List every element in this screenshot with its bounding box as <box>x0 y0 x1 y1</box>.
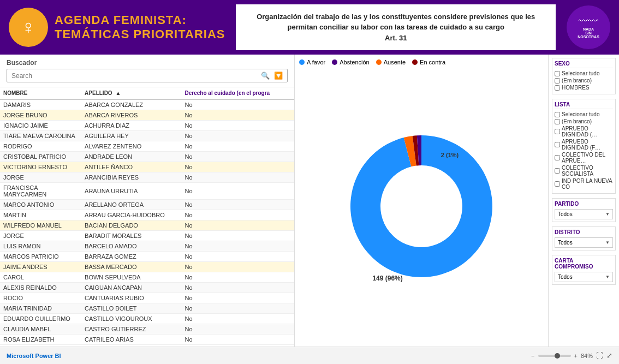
distrito-dropdown[interactable]: Todos ▼ <box>555 237 613 248</box>
cell-derecho: No <box>182 141 294 152</box>
filter-checkbox-label: HOMBRES <box>562 85 590 91</box>
table-row[interactable]: CAROL BOWN SEPULVEDA No <box>0 272 294 283</box>
filter-checkbox[interactable] <box>555 155 560 160</box>
legend-dot <box>376 59 382 65</box>
table-row[interactable]: MARTIN ARRAU GARCIA-HUIDOBRO No <box>0 210 294 220</box>
table-row[interactable]: JAIME ANDRES BASSA MERCADO No <box>0 262 294 272</box>
filter-checkbox[interactable] <box>555 112 560 117</box>
zoom-plus-icon[interactable]: + <box>574 353 578 359</box>
chart-area: 2 (1%) 149 (96%) <box>299 70 544 342</box>
search-input[interactable] <box>11 72 259 80</box>
buscador-label: Buscador <box>7 59 288 67</box>
filter-checkbox-item: COLECTIVO SOCIALISTA <box>555 165 613 177</box>
cell-derecho: No <box>182 231 294 241</box>
table-row[interactable]: CLAUDIA MABEL CASTRO GUTIERREZ No <box>0 324 294 335</box>
filter-checkbox-item: (Em branco) <box>555 118 613 124</box>
search-box: 🔍 🔽 <box>7 69 288 82</box>
table-row[interactable]: WILFREDO MANUEL BACIAN DELGADO No <box>0 220 294 231</box>
filter-carta-compromiso: CARTA COMPROMISO Todos ▼ <box>552 255 616 285</box>
table-row[interactable]: VICTORINO ERNESTO ANTILEF ÑANCO No <box>0 162 294 172</box>
filter-checkbox-label: APRUEBO DIGNIDAD (F… <box>562 139 613 151</box>
table-row[interactable]: JORGE BRUNO ABARCA RIVEROS No <box>0 110 294 121</box>
cell-apellido: ANTILEF ÑANCO <box>81 162 181 172</box>
cell-nombre: JORGE BRUNO <box>0 110 81 121</box>
footer: Microsoft Power BI − + 84% ⛶ ⤢ <box>0 347 619 364</box>
filter-checkbox[interactable] <box>555 168 560 174</box>
zoom-minus-icon[interactable]: − <box>531 353 534 359</box>
filter-checkbox-label: Selecionar tudo <box>562 70 600 76</box>
cell-apellido: ABARCA RIVEROS <box>81 110 181 121</box>
header-logo: ♀ AGENDA FEMINISTA: TEMÁTICAS PRIORITARI… <box>9 8 225 47</box>
carta-compromiso-dropdown[interactable]: Todos ▼ <box>555 272 613 282</box>
table-row[interactable]: LUIS RAMON BARCELO AMADO No <box>0 241 294 252</box>
table-row[interactable]: ALEXIS REINALDO CAIGUAN ANCAPAN No <box>0 283 294 293</box>
legend-item: A favor <box>299 59 325 65</box>
table-row[interactable]: ROCIO CANTUARIAS RUBIO No <box>0 293 294 303</box>
filter-checkbox[interactable] <box>555 119 560 124</box>
powerbi-brand-link[interactable]: Microsoft Power BI <box>7 353 61 359</box>
cell-nombre: CLAUDIA MABEL <box>0 324 81 335</box>
data-table: NOMBRE APELLIDO ▲ Derecho al cuidado (en… <box>0 87 294 345</box>
filter-checkbox[interactable] <box>555 85 560 91</box>
cell-nombre: MARIA TRINIDAD <box>0 303 81 314</box>
table-row[interactable]: MARCOS PATRICIO BARRAZA GOMEZ No <box>0 252 294 262</box>
partido-dropdown[interactable]: Todos ▼ <box>555 209 613 219</box>
table-row[interactable]: TIARE MAEVA CAROLINA AGUILERA HEY No <box>0 131 294 141</box>
cell-derecho: No <box>182 303 294 314</box>
table-row[interactable]: IGNACIO JAIME ACHURRA DIAZ No <box>0 121 294 131</box>
cell-nombre: CRISTOBAL PATRICIO <box>0 152 81 162</box>
cell-derecho: No <box>182 220 294 231</box>
table-row[interactable]: MARIA TRINIDAD CASTILLO BOILET No <box>0 303 294 314</box>
chart-label-abstencion: 2 (1%) <box>441 152 459 158</box>
filter-partido-title: PARTIDO <box>555 201 613 207</box>
cell-apellido: BARADIT MORALES <box>81 231 181 241</box>
filter-checkbox[interactable] <box>555 142 560 147</box>
cell-derecho: No <box>182 99 294 110</box>
cell-derecho: No <box>182 262 294 272</box>
zoom-slider[interactable] <box>538 355 571 357</box>
filter-lista: LISTA Selecionar tudo (Em branco) APRUEB… <box>552 99 616 194</box>
cell-apellido: ARRAU GARCIA-HUIDOBRO <box>81 210 181 220</box>
search-icon: 🔍 <box>261 71 270 80</box>
table-row[interactable]: DAMARIS ABARCA GONZALEZ No <box>0 99 294 110</box>
cell-nombre: JORGE <box>0 231 81 241</box>
filter-checkbox-item: Selecionar tudo <box>555 70 613 76</box>
legend-label: A favor <box>307 59 325 65</box>
filter-checkbox-label: IND POR LA NUEVA CO <box>562 178 613 190</box>
table-row[interactable]: RODRIGO ALVAREZ ZENTENO No <box>0 141 294 152</box>
legend-dot <box>299 59 305 65</box>
cell-apellido: BACIAN DELGADO <box>81 220 181 231</box>
filter-icon[interactable]: 🔽 <box>274 71 283 80</box>
legend-label: Abstención <box>340 59 369 65</box>
cell-apellido: ARELLANO ORTEGA <box>81 200 181 210</box>
table-row[interactable]: ROSA ELIZABETH CATRILEO ARIAS No <box>0 335 294 345</box>
cell-derecho: No <box>182 314 294 324</box>
filter-checkbox-label: APRUEBO DIGNIDAD (… <box>562 126 613 138</box>
filter-checkbox[interactable] <box>555 71 560 76</box>
fullscreen-icon[interactable]: ⛶ <box>596 351 603 360</box>
table-row[interactable]: JORGE ARANCIBIA REYES No <box>0 172 294 183</box>
filter-checkbox[interactable] <box>555 181 560 187</box>
cell-apellido: CATRILEO ARIAS <box>81 335 181 345</box>
chart-label-afavor: 149 (96%) <box>372 275 402 282</box>
cell-nombre: JAIME ANDRES <box>0 262 81 272</box>
legend-dot <box>412 59 418 65</box>
col-derecho-header: Derecho al cuidado (en el progra <box>182 87 294 99</box>
filter-checkbox[interactable] <box>555 78 560 83</box>
table-row[interactable]: FRANCISCA MARYCARMEN ARAUNA URRUTIA No <box>0 183 294 200</box>
cell-derecho: No <box>182 200 294 210</box>
cell-nombre: WILFREDO MANUEL <box>0 220 81 231</box>
table-row[interactable]: EDUARDO GUILLERMO CASTILLO VIGOUROUX No <box>0 314 294 324</box>
table-row[interactable]: CRISTOBAL PATRICIO ANDRADE LEON No <box>0 152 294 162</box>
table-row[interactable]: JORGE BARADIT MORALES No <box>0 231 294 241</box>
left-panel: Buscador 🔍 🔽 NOMBRE APELLIDO ▲ <box>0 55 295 347</box>
fit-icon[interactable]: ⤢ <box>606 351 612 360</box>
filter-sexo-title: SEXO <box>555 61 613 68</box>
cell-derecho: No <box>182 131 294 141</box>
cell-apellido: ACHURRA DIAZ <box>81 121 181 131</box>
filter-checkbox[interactable] <box>555 129 560 134</box>
venus-icon: ♀ <box>21 17 36 37</box>
table-row[interactable]: MARCO ANTONIO ARELLANO ORTEGA No <box>0 200 294 210</box>
cell-nombre: LUIS RAMON <box>0 241 81 252</box>
cell-apellido: CASTILLO VIGOUROUX <box>81 314 181 324</box>
